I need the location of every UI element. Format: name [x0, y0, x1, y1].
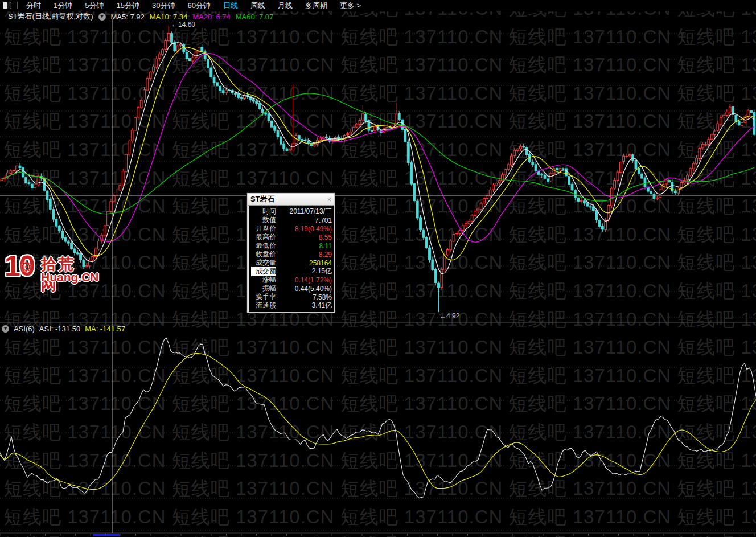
menu-item-1分钟[interactable]: 1分钟 [47, 1, 79, 11]
candle-down [583, 201, 585, 203]
candle-down [61, 231, 64, 238]
candle-up [361, 114, 364, 120]
candle-down [207, 59, 209, 68]
candle-up [696, 158, 698, 163]
candle-down [71, 243, 73, 249]
menu-item-5分钟[interactable]: 5分钟 [79, 1, 110, 11]
quote-detail-popup[interactable]: ST岩石 × 时间2011/07/13/三数值7.701开盘价8.19(0.49… [247, 193, 335, 313]
popup-row-成交额: 成交额2.15亿 [251, 267, 332, 276]
popup-row-value: 7.58% [313, 293, 332, 301]
ma-line-10 [2, 47, 754, 260]
menu-item-日线[interactable]: 日线 [217, 1, 244, 11]
candle-up [10, 171, 12, 174]
candle-up [450, 241, 452, 249]
popup-row-label: 流通股 [251, 301, 276, 310]
menu-item-30分钟[interactable]: 30分钟 [146, 1, 181, 11]
close-icon[interactable]: × [327, 195, 331, 204]
chevron-down-icon[interactable]: ▾ [98, 13, 106, 21]
candle-down [283, 144, 285, 149]
candle-up [347, 134, 349, 135]
chevron-down-icon[interactable]: ▾ [2, 325, 9, 333]
menu-item-更多 >[interactable]: 更多 > [334, 1, 367, 11]
candle-up [140, 100, 142, 108]
popup-row-value: 8.55 [319, 233, 332, 241]
popup-row-流通股: 流通股3.41亿 [251, 301, 332, 310]
candle-up [225, 90, 228, 93]
popup-row-最高价: 最高价8.55 [251, 233, 332, 241]
candle-up [714, 131, 716, 135]
candle-up [580, 200, 582, 201]
asi-indicator-row: ▾ ASI(6) ASI: -131.50 MA: -141.57 [2, 325, 125, 333]
candle-up [471, 215, 473, 221]
candle-down [535, 165, 537, 171]
candle-down [325, 137, 327, 138]
candle-up [149, 72, 151, 78]
menu-item-月线[interactable]: 月线 [272, 1, 299, 11]
candle-down [213, 77, 215, 83]
candle-up [504, 170, 507, 175]
candle-down [201, 47, 203, 52]
candle-up [158, 54, 161, 59]
menu-item-15分钟[interactable]: 15分钟 [110, 1, 145, 11]
candle-down [189, 58, 191, 60]
candle-down [268, 114, 270, 120]
popup-row-value: 3.41亿 [312, 301, 332, 310]
candle-down [298, 136, 300, 139]
candle-up [143, 90, 146, 100]
candle-down [210, 68, 212, 77]
candle-down [237, 94, 240, 98]
candle-up [356, 124, 358, 127]
popup-title-bar[interactable]: ST岩石 × [248, 194, 334, 206]
candle-up [110, 202, 112, 212]
ma-label: MA10: 7.34 [150, 13, 188, 21]
candle-down [31, 184, 33, 188]
candle-up [619, 162, 622, 172]
popup-row-最低价: 最低价8.11 [251, 241, 332, 250]
menu-item-周线[interactable]: 周线 [244, 1, 272, 11]
candle-up [687, 175, 689, 180]
candle-up [513, 150, 516, 155]
candle-up [692, 164, 695, 169]
candle-up [617, 172, 619, 180]
candle-up [701, 144, 704, 148]
candle-up [192, 58, 194, 61]
candle-down [571, 184, 573, 190]
candle-up [495, 183, 498, 186]
candle-down [653, 194, 655, 199]
symbol-title: ST岩石(日线,前复权,对数) [8, 11, 93, 22]
menu-item-多周期[interactable]: 多周期 [299, 1, 334, 11]
scrollbar-thumb[interactable] [93, 534, 120, 536]
candle-up [453, 235, 455, 241]
main-chart-canvas[interactable] [0, 0, 756, 537]
candle-down [595, 211, 598, 220]
candle-up [614, 181, 616, 188]
candle-down [222, 91, 224, 93]
candle-down [541, 174, 543, 175]
candle-up [717, 124, 719, 130]
candle-down [404, 129, 406, 142]
candle-down [252, 100, 254, 101]
candle-down [592, 207, 594, 210]
popup-row-value: 0.14(1.72%) [295, 276, 332, 284]
site-logo: 10 ⚙ 拾荒网 Huang.CN [5, 254, 90, 287]
candle-up [167, 33, 170, 40]
candle-up [480, 203, 482, 210]
app-icon[interactable] [3, 2, 11, 9]
menu-item-分时[interactable]: 分时 [20, 1, 47, 11]
candle-up [134, 118, 137, 130]
candle-up [131, 130, 133, 141]
candle-down [420, 218, 422, 230]
candle-up [689, 169, 692, 175]
menu-bar: 分时1分钟5分钟15分钟30分钟60分钟日线周线月线多周期更多 > [0, 0, 756, 11]
candle-up [486, 196, 488, 199]
candle-down [67, 242, 69, 243]
candle-down [261, 109, 264, 112]
popup-row-开盘价: 开盘价8.19(0.49%) [251, 224, 332, 233]
chart-title-row: ST岩石(日线,前复权,对数) ▾ MA5: 7.92MA10: 7.34MA2… [8, 11, 273, 22]
candle-down [562, 169, 564, 169]
candle-up [710, 134, 713, 139]
candle-down [641, 174, 643, 178]
candle-down [547, 179, 549, 181]
menu-item-60分钟[interactable]: 60分钟 [181, 1, 216, 11]
candle-up [498, 181, 500, 183]
